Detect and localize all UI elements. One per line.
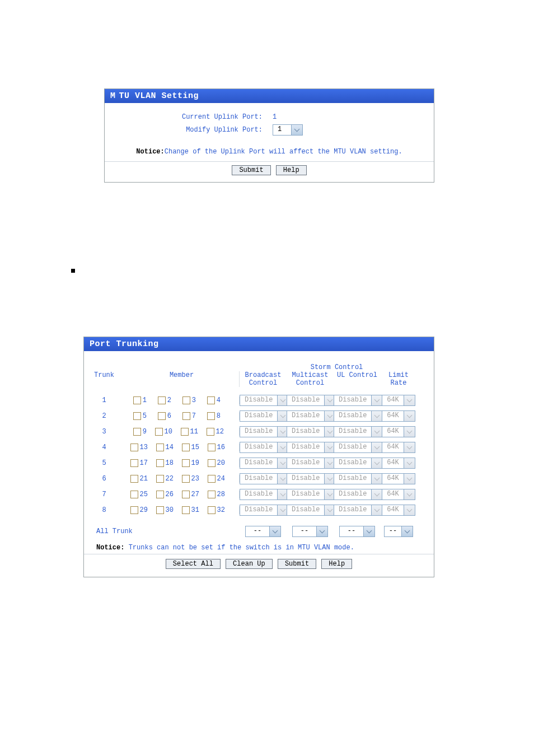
multicast-select[interactable]: Disable [287, 489, 336, 500]
clean-up-button[interactable]: Clean Up [226, 559, 273, 569]
limit-rate-select[interactable]: 64K [382, 473, 415, 484]
all-trunk-multicast-select[interactable]: -- [292, 526, 328, 537]
port-checkbox[interactable] [208, 491, 216, 498]
limit-rate-select[interactable]: 64K [382, 505, 415, 516]
port-checkbox[interactable] [182, 396, 190, 404]
broadcast-select[interactable]: Disable [240, 473, 289, 484]
help-button[interactable]: Help [276, 165, 307, 175]
multicast-select[interactable]: Disable [287, 410, 336, 422]
port-checkbox[interactable] [208, 444, 216, 451]
limit-rate-select[interactable]: 64K [382, 426, 415, 437]
limit-rate-select[interactable]: 64K [382, 442, 415, 453]
port-checkbox[interactable] [207, 428, 214, 436]
member-port: 29 [125, 506, 148, 514]
member-port: 18 [151, 459, 174, 467]
port-checkbox[interactable] [207, 412, 215, 420]
all-trunk-label: All Trunk [84, 528, 240, 535]
all-trunk-ul-select[interactable]: -- [339, 526, 375, 537]
limit-rate-select[interactable]: 64K [382, 395, 415, 406]
port-checkbox[interactable] [133, 412, 141, 420]
trunk-id: 4 [84, 444, 124, 451]
member-port: 8 [199, 412, 221, 420]
multicast-select[interactable]: Disable [287, 395, 336, 406]
port-checkbox[interactable] [208, 506, 216, 514]
port-checkbox[interactable] [207, 396, 215, 404]
multicast-select[interactable]: Disable [287, 442, 336, 453]
member-cell: 5678 [124, 412, 240, 420]
port-checkbox[interactable] [158, 412, 166, 420]
port-checkbox[interactable] [208, 459, 216, 467]
ul-select[interactable]: Disable [334, 442, 383, 453]
limit-rate-select[interactable]: 64K [382, 489, 415, 500]
broadcast-select[interactable]: Disable [240, 426, 289, 437]
port-number: 26 [166, 491, 174, 498]
port-checkbox[interactable] [158, 396, 166, 404]
port-checkbox[interactable] [130, 491, 138, 498]
ul-select[interactable]: Disable [334, 426, 383, 437]
port-number: 23 [191, 475, 199, 483]
broadcast-select[interactable]: Disable [240, 489, 289, 500]
multicast-select[interactable]: Disable [287, 458, 336, 469]
broadcast-select[interactable]: Disable [240, 505, 289, 516]
ul-select[interactable]: Disable [334, 458, 383, 469]
member-port: 5 [125, 412, 147, 420]
modify-uplink-select[interactable]: 1 [273, 124, 303, 136]
port-checkbox[interactable] [156, 491, 164, 498]
port-checkbox[interactable] [133, 396, 141, 404]
port-checkbox[interactable] [130, 475, 138, 483]
limit-rate-select[interactable]: 64K [382, 458, 415, 469]
chevron-down-icon [404, 474, 415, 484]
limit-rate-select[interactable]: 64K [382, 410, 415, 422]
modify-uplink-row: Modify Uplink Port: 1 [105, 124, 434, 136]
member-port: 6 [150, 412, 171, 420]
ul-select[interactable]: Disable [334, 505, 383, 516]
port-checkbox[interactable] [181, 428, 189, 436]
submit-button[interactable]: Submit [232, 165, 270, 175]
ul-select[interactable]: Disable [334, 489, 383, 500]
port-checkbox[interactable] [155, 428, 163, 436]
port-number: 4 [217, 396, 221, 404]
member-port: 2 [150, 396, 171, 404]
port-checkbox[interactable] [156, 444, 164, 451]
broadcast-select[interactable]: Disable [240, 395, 289, 406]
chevron-down-icon [404, 411, 415, 421]
broadcast-select[interactable]: Disable [240, 410, 289, 422]
help-button[interactable]: Help [321, 559, 352, 569]
pt-panel-title: Port Trunking [84, 337, 434, 351]
port-checkbox[interactable] [182, 506, 190, 514]
port-checkbox[interactable] [156, 475, 164, 483]
port-number: 32 [217, 506, 225, 514]
port-checkbox[interactable] [156, 459, 164, 467]
pt-header-row-2: Trunk Member Broadcast Control Multicast… [84, 371, 434, 387]
port-checkbox[interactable] [208, 475, 216, 483]
select-all-button[interactable]: Select All [166, 559, 221, 569]
table-row: 725262728DisableDisableDisable64K [84, 487, 434, 502]
modify-uplink-select-value: 1 [273, 125, 291, 135]
submit-button[interactable]: Submit [278, 559, 316, 569]
member-port: 22 [151, 475, 174, 483]
all-trunk-broadcast-select[interactable]: -- [245, 526, 281, 537]
port-checkbox[interactable] [182, 491, 190, 498]
port-number: 17 [140, 459, 148, 467]
port-checkbox[interactable] [156, 506, 164, 514]
port-checkbox[interactable] [130, 444, 138, 451]
ul-select[interactable]: Disable [334, 473, 383, 484]
port-number: 18 [166, 459, 174, 467]
port-checkbox[interactable] [130, 459, 138, 467]
member-port: 16 [203, 444, 225, 451]
multicast-select[interactable]: Disable [287, 473, 336, 484]
multicast-select[interactable]: Disable [287, 505, 336, 516]
port-checkbox[interactable] [182, 475, 190, 483]
ul-select[interactable]: Disable [334, 410, 383, 422]
broadcast-select[interactable]: Disable [240, 458, 289, 469]
ul-select[interactable]: Disable [334, 395, 383, 406]
port-number: 13 [140, 444, 148, 451]
all-trunk-limit-select[interactable]: -- [384, 526, 413, 537]
port-checkbox[interactable] [133, 428, 141, 436]
port-checkbox[interactable] [182, 459, 190, 467]
broadcast-select[interactable]: Disable [240, 442, 289, 453]
port-checkbox[interactable] [182, 444, 190, 451]
multicast-select[interactable]: Disable [287, 426, 336, 437]
port-checkbox[interactable] [182, 412, 190, 420]
port-checkbox[interactable] [130, 506, 138, 514]
